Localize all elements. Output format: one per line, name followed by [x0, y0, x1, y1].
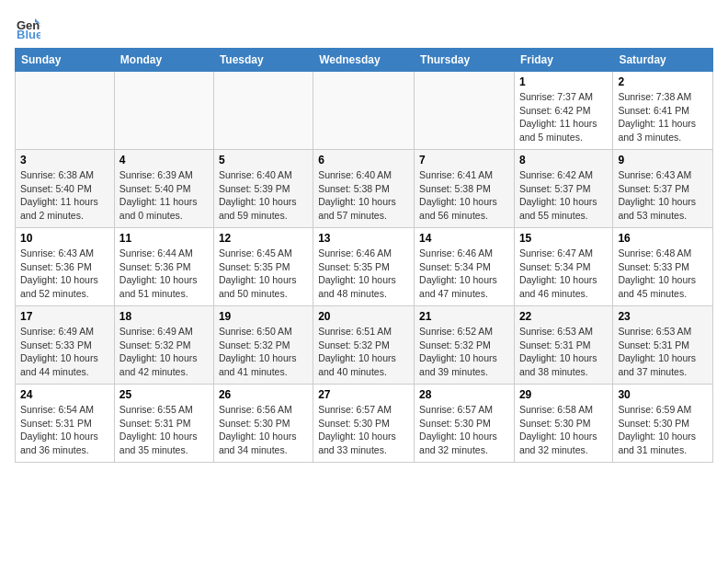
calendar-week-row: 1Sunrise: 7:37 AM Sunset: 6:42 PM Daylig…: [16, 72, 713, 150]
day-info: Sunrise: 6:52 AM Sunset: 5:32 PM Dayligh…: [419, 325, 509, 379]
calendar-cell: 20Sunrise: 6:51 AM Sunset: 5:32 PM Dayli…: [313, 306, 415, 385]
header-row: SundayMondayTuesdayWednesdayThursdayFrid…: [16, 49, 713, 72]
calendar-cell: 24Sunrise: 6:54 AM Sunset: 5:31 PM Dayli…: [16, 385, 115, 463]
page-header: General Blue: [15, 15, 713, 40]
calendar-cell: 11Sunrise: 6:44 AM Sunset: 5:36 PM Dayli…: [114, 228, 213, 306]
calendar-cell: 28Sunrise: 6:57 AM Sunset: 5:30 PM Dayli…: [415, 385, 515, 463]
day-number: 22: [519, 310, 608, 323]
calendar-week-row: 3Sunrise: 6:38 AM Sunset: 5:40 PM Daylig…: [16, 150, 713, 228]
calendar-cell: 2Sunrise: 7:38 AM Sunset: 6:41 PM Daylig…: [613, 72, 713, 150]
weekday-header: Thursday: [415, 49, 515, 72]
day-number: 1: [519, 75, 608, 88]
calendar-cell: 22Sunrise: 6:53 AM Sunset: 5:31 PM Dayli…: [514, 306, 612, 385]
day-info: Sunrise: 6:57 AM Sunset: 5:30 PM Dayligh…: [419, 403, 509, 457]
calendar-table: SundayMondayTuesdayWednesdayThursdayFrid…: [15, 48, 713, 463]
calendar-cell: 19Sunrise: 6:50 AM Sunset: 5:32 PM Dayli…: [213, 306, 313, 385]
day-info: Sunrise: 6:50 AM Sunset: 5:32 PM Dayligh…: [219, 325, 308, 379]
day-info: Sunrise: 6:55 AM Sunset: 5:31 PM Dayligh…: [119, 403, 209, 457]
calendar-cell: 4Sunrise: 6:39 AM Sunset: 5:40 PM Daylig…: [114, 150, 213, 228]
day-info: Sunrise: 6:56 AM Sunset: 5:30 PM Dayligh…: [219, 403, 308, 457]
weekday-header: Monday: [114, 49, 213, 72]
weekday-header: Wednesday: [313, 49, 415, 72]
day-info: Sunrise: 6:42 AM Sunset: 5:37 PM Dayligh…: [519, 168, 608, 223]
day-info: Sunrise: 6:43 AM Sunset: 5:37 PM Dayligh…: [618, 168, 708, 223]
calendar-week-row: 17Sunrise: 6:49 AM Sunset: 5:33 PM Dayli…: [16, 306, 713, 385]
day-info: Sunrise: 6:47 AM Sunset: 5:34 PM Dayligh…: [519, 247, 608, 301]
calendar-cell: 5Sunrise: 6:40 AM Sunset: 5:39 PM Daylig…: [213, 150, 313, 228]
calendar-week-row: 24Sunrise: 6:54 AM Sunset: 5:31 PM Dayli…: [16, 385, 713, 463]
day-info: Sunrise: 6:46 AM Sunset: 5:35 PM Dayligh…: [318, 247, 409, 301]
day-info: Sunrise: 6:58 AM Sunset: 5:30 PM Dayligh…: [519, 403, 608, 457]
day-info: Sunrise: 6:38 AM Sunset: 5:40 PM Dayligh…: [20, 168, 109, 223]
calendar-cell: 8Sunrise: 6:42 AM Sunset: 5:37 PM Daylig…: [514, 150, 612, 228]
day-number: 23: [618, 310, 708, 323]
day-number: 20: [318, 310, 409, 323]
calendar-cell: [213, 72, 313, 150]
day-info: Sunrise: 6:48 AM Sunset: 5:33 PM Dayligh…: [618, 247, 708, 301]
calendar-cell: 9Sunrise: 6:43 AM Sunset: 5:37 PM Daylig…: [613, 150, 713, 228]
day-number: 4: [119, 154, 209, 167]
weekday-header: Friday: [514, 49, 612, 72]
calendar-header: SundayMondayTuesdayWednesdayThursdayFrid…: [16, 49, 713, 72]
logo-icon: General Blue: [15, 15, 40, 40]
day-number: 2: [618, 75, 708, 88]
day-number: 10: [20, 232, 109, 245]
calendar-cell: 15Sunrise: 6:47 AM Sunset: 5:34 PM Dayli…: [514, 228, 612, 306]
day-number: 12: [219, 232, 308, 245]
day-number: 11: [119, 232, 209, 245]
calendar-cell: 13Sunrise: 6:46 AM Sunset: 5:35 PM Dayli…: [313, 228, 415, 306]
weekday-header: Saturday: [613, 49, 713, 72]
calendar-week-row: 10Sunrise: 6:43 AM Sunset: 5:36 PM Dayli…: [16, 228, 713, 306]
day-number: 29: [519, 388, 608, 401]
day-number: 19: [219, 310, 308, 323]
day-number: 25: [119, 388, 209, 401]
day-number: 13: [318, 232, 409, 245]
calendar-body: 1Sunrise: 7:37 AM Sunset: 6:42 PM Daylig…: [16, 72, 713, 463]
day-number: 3: [20, 154, 109, 167]
calendar-cell: [415, 72, 515, 150]
day-number: 26: [219, 388, 308, 401]
svg-text:Blue: Blue: [17, 28, 40, 40]
day-info: Sunrise: 6:46 AM Sunset: 5:34 PM Dayligh…: [419, 247, 509, 301]
day-info: Sunrise: 6:53 AM Sunset: 5:31 PM Dayligh…: [519, 325, 608, 379]
day-info: Sunrise: 6:54 AM Sunset: 5:31 PM Dayligh…: [20, 403, 109, 457]
day-info: Sunrise: 6:45 AM Sunset: 5:35 PM Dayligh…: [219, 247, 308, 301]
day-info: Sunrise: 6:49 AM Sunset: 5:33 PM Dayligh…: [20, 325, 109, 379]
calendar-cell: 12Sunrise: 6:45 AM Sunset: 5:35 PM Dayli…: [213, 228, 313, 306]
calendar-cell: 21Sunrise: 6:52 AM Sunset: 5:32 PM Dayli…: [415, 306, 515, 385]
calendar-cell: 27Sunrise: 6:57 AM Sunset: 5:30 PM Dayli…: [313, 385, 415, 463]
day-number: 9: [618, 154, 708, 167]
day-info: Sunrise: 6:43 AM Sunset: 5:36 PM Dayligh…: [20, 247, 109, 301]
day-number: 17: [20, 310, 109, 323]
day-number: 27: [318, 388, 409, 401]
day-info: Sunrise: 6:51 AM Sunset: 5:32 PM Dayligh…: [318, 325, 409, 379]
calendar-cell: 18Sunrise: 6:49 AM Sunset: 5:32 PM Dayli…: [114, 306, 213, 385]
weekday-header: Tuesday: [213, 49, 313, 72]
calendar-cell: 3Sunrise: 6:38 AM Sunset: 5:40 PM Daylig…: [16, 150, 115, 228]
day-number: 15: [519, 232, 608, 245]
calendar-cell: [114, 72, 213, 150]
calendar-cell: 30Sunrise: 6:59 AM Sunset: 5:30 PM Dayli…: [613, 385, 713, 463]
day-info: Sunrise: 6:40 AM Sunset: 5:39 PM Dayligh…: [219, 168, 308, 223]
calendar-cell: 16Sunrise: 6:48 AM Sunset: 5:33 PM Dayli…: [613, 228, 713, 306]
day-info: Sunrise: 6:59 AM Sunset: 5:30 PM Dayligh…: [618, 403, 708, 457]
day-info: Sunrise: 6:39 AM Sunset: 5:40 PM Dayligh…: [119, 168, 209, 223]
weekday-header: Sunday: [16, 49, 115, 72]
day-number: 18: [119, 310, 209, 323]
day-number: 16: [618, 232, 708, 245]
day-info: Sunrise: 6:53 AM Sunset: 5:31 PM Dayligh…: [618, 325, 708, 379]
calendar-cell: 26Sunrise: 6:56 AM Sunset: 5:30 PM Dayli…: [213, 385, 313, 463]
day-number: 14: [419, 232, 509, 245]
day-number: 8: [519, 154, 608, 167]
day-info: Sunrise: 6:40 AM Sunset: 5:38 PM Dayligh…: [318, 168, 409, 223]
calendar-cell: [313, 72, 415, 150]
calendar-cell: 14Sunrise: 6:46 AM Sunset: 5:34 PM Dayli…: [415, 228, 515, 306]
day-number: 5: [219, 154, 308, 167]
day-number: 6: [318, 154, 409, 167]
calendar-cell: [16, 72, 115, 150]
calendar-cell: 25Sunrise: 6:55 AM Sunset: 5:31 PM Dayli…: [114, 385, 213, 463]
day-info: Sunrise: 6:49 AM Sunset: 5:32 PM Dayligh…: [119, 325, 209, 379]
day-info: Sunrise: 6:44 AM Sunset: 5:36 PM Dayligh…: [119, 247, 209, 301]
calendar-cell: 17Sunrise: 6:49 AM Sunset: 5:33 PM Dayli…: [16, 306, 115, 385]
day-info: Sunrise: 7:38 AM Sunset: 6:41 PM Dayligh…: [618, 90, 708, 144]
